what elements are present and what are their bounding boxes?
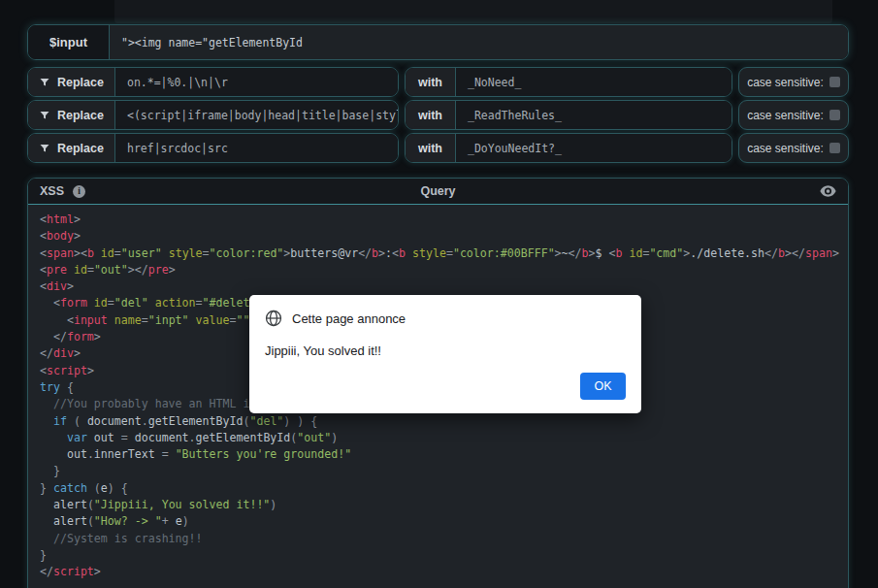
code-line: out.innerText = "Butters you're grounded…	[40, 446, 836, 463]
replacement-input[interactable]: _ReadTheRules_	[456, 101, 732, 129]
case-sensitive-label: case sensitive:	[747, 142, 824, 155]
with-label: with	[406, 134, 456, 162]
dialog-message: Jippiii, You solved it!!	[265, 343, 626, 358]
payload-input[interactable]: "><img name="getElementById	[110, 25, 848, 59]
query-panel-header: XSS i Query	[28, 179, 848, 205]
case-sensitive-label: case sensitive:	[747, 76, 824, 89]
case-sensitive-checkbox[interactable]	[829, 77, 840, 87]
code-line: <span><b id="user" style="color:red">but…	[40, 245, 836, 262]
case-sensitive-label: case sensitive:	[747, 109, 824, 122]
dialog-header: Cette page annonce	[265, 310, 626, 327]
case-sensitive-checkbox[interactable]	[829, 143, 840, 153]
xss-playground-screen: $input "><img name="getElementById Repla…	[0, 0, 878, 588]
input-label: $input	[28, 25, 110, 59]
replacement-input[interactable]: _DoYouNeedIt?_	[456, 134, 732, 162]
code-line: //System is crashing!!	[40, 531, 836, 547]
filter-icon	[39, 110, 50, 121]
filter-icon	[39, 143, 50, 154]
with-label: with	[406, 68, 456, 96]
code-line: <html>	[40, 212, 836, 228]
case-sensitive-group: case sensitive:	[738, 67, 849, 97]
query-title: Query	[117, 184, 759, 198]
query-panel-left: XSS i	[40, 184, 117, 198]
replace-label-text: Replace	[57, 76, 104, 89]
with-label: with	[406, 101, 456, 129]
filter-icon	[39, 77, 50, 88]
case-sensitive-group: case sensitive:	[738, 100, 849, 130]
code-line: <pre id="out"></pre>	[40, 262, 836, 278]
filter-row: Replace on.*=|%0.|\n|\r with _NoNeed_ ca…	[27, 67, 849, 97]
replace-label-text: Replace	[57, 109, 104, 122]
pattern-input[interactable]: href|srcdoc|src	[115, 134, 398, 162]
globe-icon	[265, 310, 282, 327]
replace-group: Replace <(script|iframe|body|head|title|…	[27, 100, 399, 130]
input-label-text: $input	[49, 35, 87, 49]
replace-label: Replace	[28, 68, 115, 96]
code-line: }	[40, 547, 836, 564]
pattern-input[interactable]: on.*=|%0.|\n|\r	[115, 68, 398, 96]
dialog-title: Cette page annonce	[292, 311, 406, 326]
code-line: <body>	[40, 228, 836, 245]
pattern-input[interactable]: <(script|iframe|body|head|title|base|sty…	[115, 101, 398, 129]
code-line: <div>	[40, 278, 836, 295]
code-line: alert("Jippiii, You solved it!!")	[40, 497, 836, 513]
filter-row: Replace href|srcdoc|src with _DoYouNeedI…	[27, 133, 849, 163]
eye-icon[interactable]	[820, 185, 836, 197]
case-sensitive-group: case sensitive:	[738, 133, 849, 163]
content: $input "><img name="getElementById Repla…	[0, 0, 878, 588]
with-group: with _NoNeed_	[405, 67, 732, 97]
case-sensitive-checkbox[interactable]	[829, 110, 840, 120]
code-line: }	[40, 463, 836, 479]
code-line: var out = document.getElementById("out")	[40, 430, 836, 446]
code-line: </script>	[40, 564, 836, 580]
xss-badge: XSS	[40, 184, 64, 198]
alert-dialog: Cette page annonce Jippiii, You solved i…	[249, 295, 641, 413]
code-line: alert("How? -> "+ e)	[40, 513, 836, 530]
code-line: } catch (e) {	[40, 480, 836, 497]
with-group: with _ReadTheRules_	[405, 100, 732, 130]
payload-input-group: $input "><img name="getElementById	[27, 24, 849, 60]
replacement-input[interactable]: _NoNeed_	[456, 68, 732, 96]
ok-button[interactable]: OK	[580, 373, 626, 400]
replace-group: Replace on.*=|%0.|\n|\r	[27, 67, 399, 97]
replace-label: Replace	[28, 101, 115, 129]
info-icon[interactable]: i	[73, 185, 85, 198]
replace-label: Replace	[28, 134, 115, 162]
with-group: with _DoYouNeedIt?_	[405, 133, 732, 163]
code-line: if ( document.getElementById("del") ) {	[40, 413, 836, 430]
filter-row: Replace <(script|iframe|body|head|title|…	[27, 100, 849, 130]
replace-group: Replace href|srcdoc|src	[27, 133, 399, 163]
replace-label-text: Replace	[57, 142, 104, 155]
